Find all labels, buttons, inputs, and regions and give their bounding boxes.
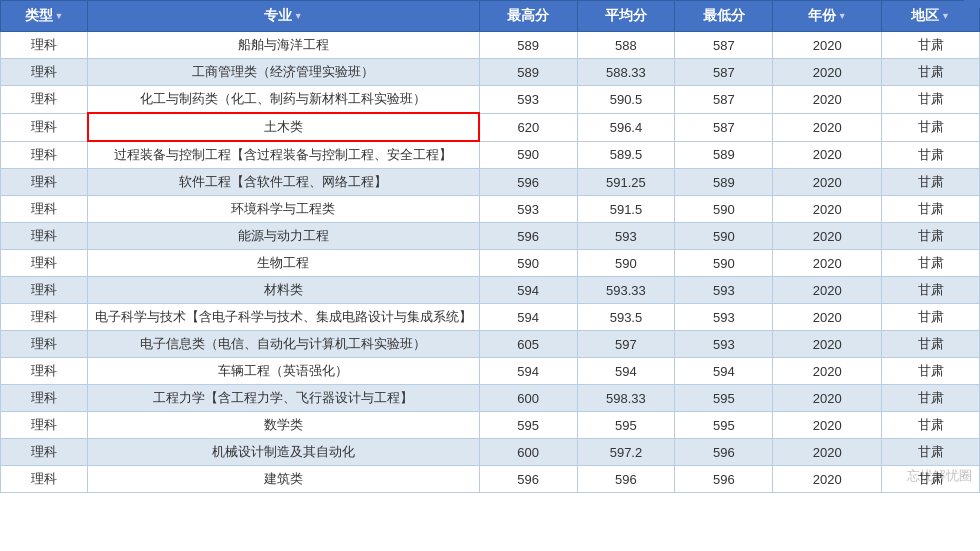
cell-avg: 595	[577, 412, 675, 439]
cell-avg: 593	[577, 223, 675, 250]
cell-major: 数学类	[88, 412, 480, 439]
table-row: 理科工商管理类（经济管理实验班）589588.335872020甘肃	[1, 59, 980, 86]
type-filter-icon[interactable]: ▼	[55, 11, 64, 21]
cell-year: 2020	[773, 358, 882, 385]
header-min: 最低分	[675, 1, 773, 32]
region-filter-icon[interactable]: ▼	[941, 11, 950, 21]
cell-year: 2020	[773, 223, 882, 250]
cell-avg: 589.5	[577, 141, 675, 169]
cell-min: 594	[675, 358, 773, 385]
cell-major: 车辆工程（英语强化）	[88, 358, 480, 385]
header-type[interactable]: 类型▼	[1, 1, 88, 32]
cell-major: 建筑类	[88, 466, 480, 493]
cell-year: 2020	[773, 277, 882, 304]
cell-major: 机械设计制造及其自动化	[88, 439, 480, 466]
table-row: 理科工程力学【含工程力学、飞行器设计与工程】600598.335952020甘肃	[1, 385, 980, 412]
cell-type: 理科	[1, 385, 88, 412]
cell-min: 593	[675, 331, 773, 358]
cell-region: 甘肃	[882, 223, 980, 250]
cell-avg: 590	[577, 250, 675, 277]
cell-type: 理科	[1, 141, 88, 169]
cell-avg: 593.33	[577, 277, 675, 304]
cell-min: 590	[675, 196, 773, 223]
cell-min: 596	[675, 466, 773, 493]
major-filter-icon[interactable]: ▼	[294, 11, 303, 21]
cell-major: 工程力学【含工程力学、飞行器设计与工程】	[88, 385, 480, 412]
cell-min: 595	[675, 412, 773, 439]
cell-year: 2020	[773, 304, 882, 331]
table-row: 理科化工与制药类（化工、制药与新材料工科实验班）593590.55872020甘…	[1, 86, 980, 114]
cell-year: 2020	[773, 86, 882, 114]
cell-region: 甘肃	[882, 250, 980, 277]
cell-avg: 588.33	[577, 59, 675, 86]
cell-major: 船舶与海洋工程	[88, 32, 480, 59]
cell-year: 2020	[773, 32, 882, 59]
cell-min: 589	[675, 169, 773, 196]
table-row: 理科环境科学与工程类593591.55902020甘肃	[1, 196, 980, 223]
cell-min: 590	[675, 223, 773, 250]
cell-avg: 593.5	[577, 304, 675, 331]
page-container: 类型▼专业▼最高分平均分最低分年份▼地区▼ 理科船舶与海洋工程589588587…	[0, 0, 980, 493]
cell-region: 甘肃	[882, 86, 980, 114]
cell-major: 工商管理类（经济管理实验班）	[88, 59, 480, 86]
cell-major: 电子科学与技术【含电子科学与技术、集成电路设计与集成系统】	[88, 304, 480, 331]
cell-type: 理科	[1, 32, 88, 59]
cell-region: 甘肃	[882, 169, 980, 196]
cell-max: 589	[479, 59, 577, 86]
cell-max: 593	[479, 86, 577, 114]
cell-avg: 590.5	[577, 86, 675, 114]
cell-max: 596	[479, 223, 577, 250]
cell-avg: 596.4	[577, 113, 675, 141]
cell-type: 理科	[1, 358, 88, 385]
data-table: 类型▼专业▼最高分平均分最低分年份▼地区▼ 理科船舶与海洋工程589588587…	[0, 0, 980, 493]
cell-max: 595	[479, 412, 577, 439]
cell-major: 环境科学与工程类	[88, 196, 480, 223]
cell-max: 620	[479, 113, 577, 141]
cell-type: 理科	[1, 223, 88, 250]
cell-year: 2020	[773, 331, 882, 358]
cell-year: 2020	[773, 412, 882, 439]
cell-year: 2020	[773, 113, 882, 141]
cell-min: 595	[675, 385, 773, 412]
cell-min: 587	[675, 32, 773, 59]
cell-min: 587	[675, 86, 773, 114]
table-container: 类型▼专业▼最高分平均分最低分年份▼地区▼ 理科船舶与海洋工程589588587…	[0, 0, 980, 493]
cell-region: 甘肃	[882, 466, 980, 493]
cell-min: 593	[675, 304, 773, 331]
cell-year: 2020	[773, 385, 882, 412]
table-row: 理科生物工程5905905902020甘肃	[1, 250, 980, 277]
cell-type: 理科	[1, 196, 88, 223]
cell-region: 甘肃	[882, 412, 980, 439]
cell-type: 理科	[1, 304, 88, 331]
year-filter-icon[interactable]: ▼	[838, 11, 847, 21]
cell-max: 590	[479, 250, 577, 277]
cell-avg: 596	[577, 466, 675, 493]
cell-min: 587	[675, 59, 773, 86]
cell-max: 596	[479, 466, 577, 493]
cell-type: 理科	[1, 331, 88, 358]
cell-avg: 597.2	[577, 439, 675, 466]
cell-major: 材料类	[88, 277, 480, 304]
header-year[interactable]: 年份▼	[773, 1, 882, 32]
cell-year: 2020	[773, 141, 882, 169]
cell-major: 能源与动力工程	[88, 223, 480, 250]
cell-region: 甘肃	[882, 59, 980, 86]
cell-region: 甘肃	[882, 113, 980, 141]
cell-max: 589	[479, 32, 577, 59]
table-row: 理科能源与动力工程5965935902020甘肃	[1, 223, 980, 250]
cell-avg: 588	[577, 32, 675, 59]
cell-major: 化工与制药类（化工、制药与新材料工科实验班）	[88, 86, 480, 114]
cell-year: 2020	[773, 439, 882, 466]
cell-major: 电子信息类（电信、自动化与计算机工科实验班）	[88, 331, 480, 358]
cell-type: 理科	[1, 439, 88, 466]
cell-major: 土木类	[88, 113, 480, 141]
cell-major: 生物工程	[88, 250, 480, 277]
cell-region: 甘肃	[882, 358, 980, 385]
cell-min: 596	[675, 439, 773, 466]
header-major[interactable]: 专业▼	[88, 1, 480, 32]
table-row: 理科船舶与海洋工程5895885872020甘肃	[1, 32, 980, 59]
table-row: 理科数学类5955955952020甘肃	[1, 412, 980, 439]
cell-major: 过程装备与控制工程【含过程装备与控制工程、安全工程】	[88, 141, 480, 169]
cell-region: 甘肃	[882, 331, 980, 358]
cell-region: 甘肃	[882, 141, 980, 169]
